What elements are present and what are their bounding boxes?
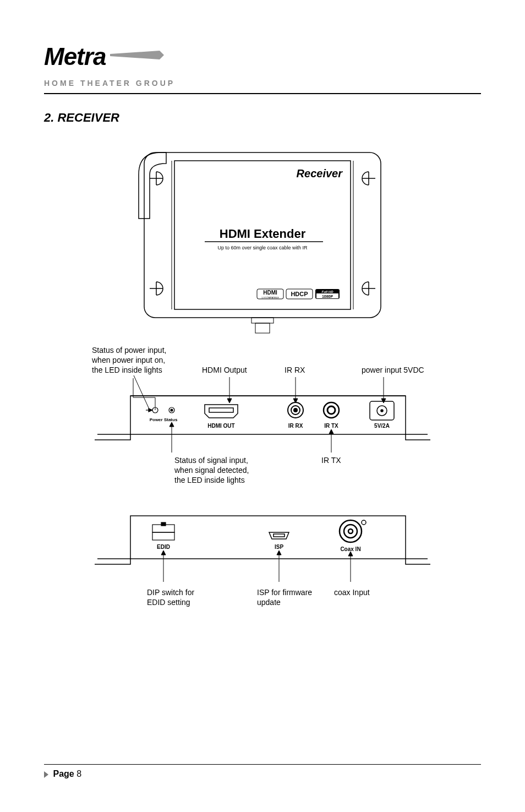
callout-signal-status: Status of signal input,when signal detec… bbox=[174, 455, 249, 486]
svg-text:1080P: 1080P bbox=[322, 295, 333, 298]
section-title: 2. RECEIVER bbox=[44, 111, 481, 125]
svg-point-41 bbox=[327, 406, 335, 414]
svg-text:IR RX: IR RX bbox=[288, 423, 303, 429]
page-footer: Page 8 bbox=[44, 764, 481, 779]
brand-name: Metra bbox=[44, 44, 165, 77]
svg-text:HDMI: HDMI bbox=[263, 290, 277, 296]
svg-point-61 bbox=[362, 520, 366, 525]
svg-text:HDCP: HDCP bbox=[291, 291, 308, 297]
section-heading: RECEIVER bbox=[57, 111, 119, 124]
svg-marker-25 bbox=[381, 399, 386, 403]
svg-point-45 bbox=[381, 410, 383, 412]
device-tagline: Up to 60m over single coax cable with IR bbox=[217, 245, 308, 250]
svg-marker-21 bbox=[227, 399, 232, 403]
svg-marker-64 bbox=[161, 551, 166, 555]
svg-point-58 bbox=[340, 520, 362, 542]
svg-rect-53 bbox=[152, 532, 174, 540]
svg-marker-32 bbox=[149, 408, 152, 412]
callout-dip-switch: DIP switch forEDID setting bbox=[147, 587, 194, 607]
svg-text:Metra: Metra bbox=[44, 44, 106, 70]
svg-rect-54 bbox=[161, 522, 166, 526]
svg-point-38 bbox=[294, 408, 297, 412]
svg-marker-50 bbox=[329, 429, 333, 434]
svg-rect-15 bbox=[251, 318, 274, 323]
svg-text:1.3 COMPATIBLE: 1.3 COMPATIBLE bbox=[261, 296, 279, 299]
svg-text:Power Status: Power Status bbox=[150, 417, 178, 422]
svg-text:Full HD: Full HD bbox=[322, 290, 334, 293]
brand-logo: Metra HOME THEATER GROUP bbox=[44, 44, 481, 88]
svg-text:HDMI OUT: HDMI OUT bbox=[207, 423, 234, 429]
svg-text:ISP: ISP bbox=[275, 544, 283, 550]
svg-text:5V/2A: 5V/2A bbox=[374, 423, 390, 429]
svg-marker-66 bbox=[277, 551, 281, 555]
callout-ir-tx: IR TX bbox=[321, 455, 341, 465]
callout-coax-input: coax Input bbox=[334, 587, 370, 597]
header-divider bbox=[44, 93, 481, 94]
svg-point-30 bbox=[171, 409, 173, 411]
front-ports-diagram: Status of power input,when power input o… bbox=[64, 345, 461, 477]
page-label: Page bbox=[53, 769, 74, 778]
device-product-name: HDMI Extender bbox=[220, 227, 306, 241]
svg-rect-16 bbox=[255, 323, 270, 333]
brand-subtitle: HOME THEATER GROUP bbox=[44, 79, 481, 88]
svg-rect-34 bbox=[209, 408, 233, 412]
svg-text:EDID: EDID bbox=[157, 544, 170, 550]
footer-arrow-icon bbox=[44, 771, 48, 778]
device-receiver-label: Receiver bbox=[297, 167, 343, 179]
svg-marker-48 bbox=[169, 422, 174, 427]
callout-isp: ISP for firmwareupdate bbox=[257, 587, 312, 607]
page-number: 8 bbox=[76, 769, 81, 778]
svg-marker-68 bbox=[348, 552, 353, 556]
svg-point-59 bbox=[344, 525, 357, 538]
svg-rect-51 bbox=[130, 516, 406, 559]
back-ports-diagram: EDID ISP Coax IN bbox=[64, 510, 461, 620]
section-number: 2. bbox=[44, 111, 54, 124]
svg-rect-56 bbox=[274, 534, 285, 537]
svg-point-60 bbox=[348, 529, 353, 533]
svg-text:IR TX: IR TX bbox=[324, 423, 338, 429]
device-top-diagram: Receiver HDMI Extender Up to 60m over si… bbox=[133, 147, 392, 323]
svg-point-40 bbox=[324, 402, 339, 418]
